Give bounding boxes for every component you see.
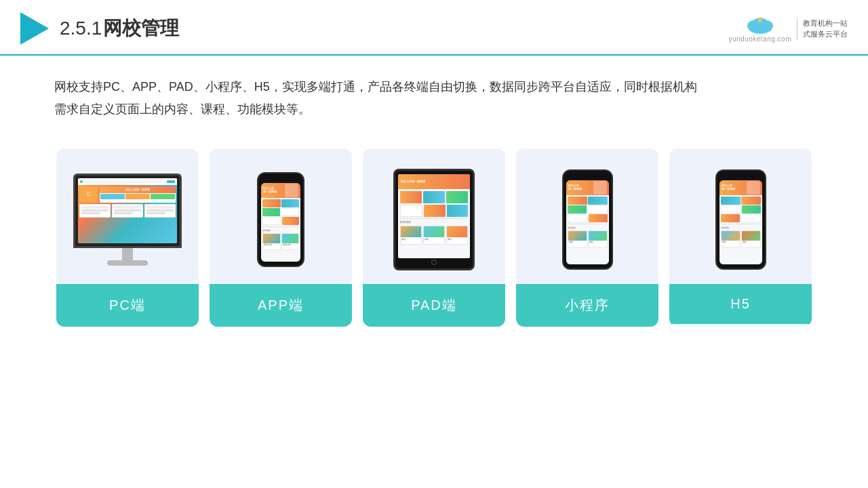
brand-tagline-line1: 教育机构一站	[803, 18, 848, 29]
header-left: 2.5.1网校管理	[20, 12, 179, 45]
logo-triangle-icon	[20, 12, 49, 45]
cards-container: 教 学系统 职达人的第一堂网课	[0, 128, 868, 347]
cloud-icon	[742, 15, 778, 35]
card-miniprogram-image: 职达人的第一堂网课	[516, 148, 658, 284]
page-header: 2.5.1网校管理 yunduoketang.com 教育机构一站 式服务云平台	[0, 0, 868, 56]
description-area: 网校支持PC、APP、PAD、小程序、H5，实现多端打通，产品各终端自由切换，数…	[0, 56, 868, 128]
brand-area: yunduoketang.com 教育机构一站 式服务云平台	[728, 15, 848, 43]
page-title: 2.5.1网校管理	[60, 16, 179, 41]
brand-tagline: 教育机构一站 式服务云平台	[797, 18, 848, 40]
card-h5-label: H5	[669, 284, 812, 324]
card-pc-label: PC端	[56, 284, 199, 327]
phone-miniprogram-icon: 职达人的第一堂网课	[562, 169, 613, 270]
brand-logo: yunduoketang.com	[728, 15, 791, 43]
phone-h5-icon: 职达人的第一堂网课	[715, 169, 766, 270]
tablet-pad-icon: 职达人的第一堂网课	[393, 169, 475, 270]
card-miniprogram-label: 小程序	[516, 284, 658, 327]
brand-url: yunduoketang.com	[728, 35, 791, 43]
card-app-label: APP端	[210, 284, 352, 327]
page-title-text: 网校管理	[103, 18, 179, 39]
card-pad-label: PAD端	[363, 284, 505, 327]
page-title-num: 2.5.1	[60, 18, 102, 39]
card-app: 职达人的第一堂网课	[210, 148, 352, 327]
pc-monitor-icon: 教 学系统 职达人的第一堂网课	[73, 174, 182, 266]
card-pc-image: 教 学系统 职达人的第一堂网课	[56, 148, 199, 284]
card-pc: 教 学系统 职达人的第一堂网课	[56, 148, 199, 327]
card-app-image: 职达人的第一堂网课	[210, 148, 352, 284]
card-h5: 职达人的第一堂网课	[669, 148, 812, 327]
description-text-2: 需求自定义页面上的内容、课程、功能模块等。	[54, 98, 814, 121]
card-pad-image: 职达人的第一堂网课	[363, 148, 505, 284]
card-h5-image: 职达人的第一堂网课	[669, 148, 812, 284]
description-text-1: 网校支持PC、APP、PAD、小程序、H5，实现多端打通，产品各终端自由切换，数…	[54, 76, 814, 98]
card-pad: 职达人的第一堂网课	[363, 148, 505, 327]
card-miniprogram: 职达人的第一堂网课	[516, 148, 658, 327]
brand-tagline-line2: 式服务云平台	[803, 28, 848, 40]
phone-app-icon: 职达人的第一堂网课	[257, 172, 304, 267]
